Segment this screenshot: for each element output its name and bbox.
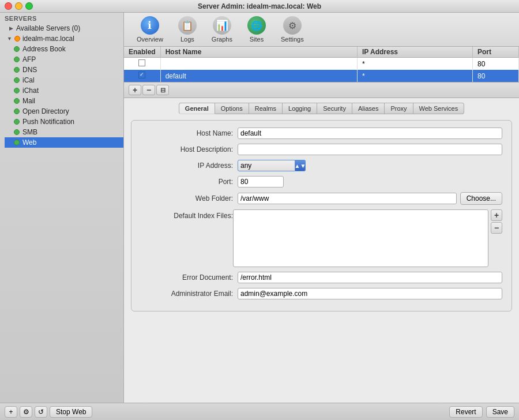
triangle-icon: ▼ xyxy=(7,36,12,42)
host-description-input[interactable] xyxy=(238,144,502,155)
title-bar: Server Admin: idealm-mac.local: Web xyxy=(0,0,519,13)
index-files-wrapper: + − xyxy=(233,209,502,267)
overview-button[interactable]: ℹ Overview xyxy=(133,15,167,44)
tab-aliases[interactable]: Aliases xyxy=(352,103,385,114)
sidebar-item-available-servers[interactable]: ▶ Available Servers (0) xyxy=(0,23,123,33)
stop-web-button[interactable]: Stop Web xyxy=(50,406,92,418)
sidebar-item-push-notification[interactable]: Push Notification xyxy=(5,117,123,127)
dot-icon xyxy=(14,140,20,145)
service-label: Web xyxy=(22,138,36,147)
triangle-icon: ▶ xyxy=(9,25,13,31)
table-row[interactable]: * 80 xyxy=(124,58,519,70)
minimize-button[interactable] xyxy=(15,2,22,10)
enabled-checkbox[interactable] xyxy=(138,59,145,66)
web-folder-row: Web Folder: Choose... xyxy=(141,192,502,205)
maximize-button[interactable] xyxy=(25,2,33,10)
sidebar-item-open-directory[interactable]: Open Directory xyxy=(5,106,123,117)
ip-address-row: IP Address: any ▲▼ xyxy=(141,160,502,171)
tab-web-services[interactable]: Web Services xyxy=(413,103,465,114)
web-folder-input[interactable] xyxy=(238,193,457,204)
host-description-label: Host Description: xyxy=(141,145,233,153)
window-controls[interactable] xyxy=(5,2,33,10)
col-hostname: Host Name xyxy=(160,47,357,58)
bottom-right-buttons: Revert Save xyxy=(449,406,514,418)
sidebar-item-dns[interactable]: DNS xyxy=(5,65,123,75)
port-row: Port: xyxy=(141,176,502,187)
gear-button[interactable]: ⚙ xyxy=(20,406,32,418)
index-files-textarea[interactable] xyxy=(233,209,488,267)
host-name-label: Host Name: xyxy=(141,129,233,137)
tab-options[interactable]: Options xyxy=(215,103,249,114)
form-area: General Options Realms Logging Security … xyxy=(124,98,519,403)
service-label: AFP xyxy=(22,55,36,63)
host-name-row: Host Name: xyxy=(141,127,502,139)
main-layout: SERVERS ▶ Available Servers (0) ▼ idealm… xyxy=(0,13,519,403)
save-button[interactable]: Save xyxy=(486,406,514,418)
enabled-cell[interactable] xyxy=(124,70,160,82)
close-button[interactable] xyxy=(5,2,12,10)
graphs-button[interactable]: 📊 Graphs xyxy=(208,15,236,44)
dot-icon xyxy=(14,108,20,114)
enabled-checkbox[interactable] xyxy=(138,72,145,78)
ip-cell: * xyxy=(358,58,473,70)
form-section-general: Host Name: Host Description: IP Address:… xyxy=(131,120,512,312)
col-port: Port xyxy=(473,47,519,58)
overview-label: Overview xyxy=(137,36,163,43)
sidebar-item-mail[interactable]: Mail xyxy=(5,96,123,106)
remove-index-file-button[interactable]: − xyxy=(491,222,502,234)
service-label: DNS xyxy=(22,66,37,74)
admin-email-row: Administrator Email: xyxy=(141,288,502,299)
tab-security[interactable]: Security xyxy=(317,103,352,114)
table-row[interactable]: default * 80 xyxy=(124,70,519,82)
tab-proxy[interactable]: Proxy xyxy=(385,103,413,114)
add-index-file-button[interactable]: + xyxy=(491,209,502,221)
add-site-button[interactable]: + xyxy=(129,85,141,95)
select-arrow-icon[interactable]: ▲▼ xyxy=(295,160,306,171)
settings-label: Settings xyxy=(281,36,304,43)
print-button[interactable]: ⊟ xyxy=(156,85,169,95)
ip-address-label: IP Address: xyxy=(141,162,233,170)
table-toolbar: + − ⊟ xyxy=(124,82,519,98)
dot-icon xyxy=(14,67,20,73)
index-btn-col: + − xyxy=(491,209,502,267)
toolbar: ℹ Overview 📋 Logs 📊 Graphs 🌐 Sites ⚙ Set… xyxy=(124,13,519,47)
sites-button[interactable]: 🌐 Sites xyxy=(243,15,270,44)
sidebar-item-web[interactable]: Web xyxy=(5,137,123,148)
tab-logging[interactable]: Logging xyxy=(283,103,317,114)
col-ip: IP Address xyxy=(358,47,473,58)
logs-button[interactable]: 📋 Logs xyxy=(174,15,201,44)
host-name-input[interactable] xyxy=(238,127,502,139)
sidebar-item-ichat[interactable]: iChat xyxy=(5,85,123,96)
dot-icon xyxy=(14,119,20,125)
sidebar: SERVERS ▶ Available Servers (0) ▼ idealm… xyxy=(0,13,124,403)
port-input[interactable] xyxy=(238,176,284,187)
ip-address-select[interactable]: any xyxy=(238,160,295,171)
sidebar-item-ical[interactable]: iCal xyxy=(5,75,123,85)
tabs-bar: General Options Realms Logging Security … xyxy=(131,103,512,114)
sidebar-item-afp[interactable]: AFP xyxy=(5,54,123,65)
settings-button[interactable]: ⚙ Settings xyxy=(277,15,307,44)
sidebar-server-group: ▼ idealm-mac.local Address Book AFP DNS xyxy=(0,33,123,148)
revert-button[interactable]: Revert xyxy=(449,406,482,418)
error-document-input[interactable] xyxy=(238,272,502,283)
available-servers-label: Available Servers (0) xyxy=(16,24,80,32)
admin-email-input[interactable] xyxy=(238,288,502,299)
add-server-button[interactable]: + xyxy=(5,406,17,418)
dot-icon xyxy=(14,98,20,104)
sidebar-section-servers: SERVERS xyxy=(0,13,123,23)
sidebar-item-smb[interactable]: SMB xyxy=(5,127,123,137)
enabled-cell[interactable] xyxy=(124,58,160,70)
sites-label: Sites xyxy=(250,36,264,43)
tab-general[interactable]: General xyxy=(179,103,215,114)
choose-button[interactable]: Choose... xyxy=(460,192,502,205)
sidebar-item-address-book[interactable]: Address Book xyxy=(5,44,123,54)
logs-icon: 📋 xyxy=(178,16,197,35)
sidebar-server-header[interactable]: ▼ idealm-mac.local xyxy=(5,33,123,44)
server-name-label: idealm-mac.local xyxy=(22,35,74,43)
tab-realms[interactable]: Realms xyxy=(249,103,283,114)
default-index-files-label: Default Index Files: xyxy=(141,209,233,220)
refresh-button[interactable]: ↺ xyxy=(35,406,47,418)
service-label: Address Book xyxy=(22,45,66,53)
remove-site-button[interactable]: − xyxy=(142,85,155,95)
graphs-icon: 📊 xyxy=(213,16,231,35)
